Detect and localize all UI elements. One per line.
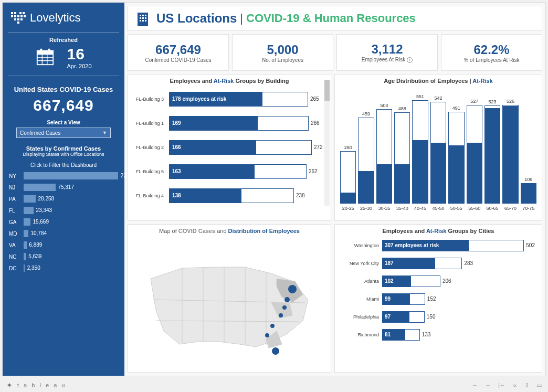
state-list: NY223,691NJ75,317PA28,258FL23,343GA15,66… xyxy=(8,172,119,272)
city-total: 206 xyxy=(440,276,451,287)
state-code: MD xyxy=(9,231,20,237)
age-total: 488 xyxy=(398,106,406,111)
building-risk: 163 xyxy=(172,164,181,179)
city-row[interactable]: Richmond81133 xyxy=(340,327,536,342)
state-row[interactable]: VA6,889 xyxy=(9,241,118,249)
building-icon xyxy=(135,10,150,26)
state-row[interactable]: NJ75,317 xyxy=(9,184,118,191)
states-title: States by Confirmed Cases xyxy=(8,145,119,152)
age-column[interactable]: 48835-40 xyxy=(394,106,410,211)
age-category: 50-55 xyxy=(450,206,462,211)
svg-rect-30 xyxy=(145,20,146,22)
state-value: 28,258 xyxy=(37,195,55,203)
building-total: 238 xyxy=(294,188,305,203)
building-row[interactable]: FL-Building 4138238 xyxy=(130,184,321,208)
reset-button[interactable]: |← xyxy=(498,382,505,389)
state-row[interactable]: PA28,258 xyxy=(9,195,118,203)
state-code: PA xyxy=(9,196,20,202)
age-column[interactable]: 55140-45 xyxy=(412,94,428,211)
building-row[interactable]: FL-Building 1169266 xyxy=(130,111,321,135)
city-label: New York City xyxy=(340,261,379,266)
fullscreen-button[interactable]: ▭ xyxy=(536,382,542,389)
age-column[interactable]: 52665-70 xyxy=(502,99,518,211)
city-row[interactable]: Washington307 employees at risk502 xyxy=(340,238,536,253)
age-column[interactable]: 54245-50 xyxy=(430,96,446,211)
svg-rect-15 xyxy=(40,49,43,53)
state-row[interactable]: DC2,350 xyxy=(9,264,118,272)
building-risk: 178 employees at risk xyxy=(172,92,226,107)
buildings-chart[interactable]: Employees and At-Risk Groups by Building… xyxy=(128,74,331,221)
state-value: 10,784 xyxy=(29,230,47,237)
age-total: 523 xyxy=(489,99,497,104)
cities-chart[interactable]: Employees and At-Risk Groups by Cities W… xyxy=(334,224,542,373)
city-label: Atlanta xyxy=(340,279,379,284)
refresh-date: 16 Apr. 2020 xyxy=(8,46,119,69)
kpi-label: Employees At Riski xyxy=(362,57,413,63)
state-row[interactable]: GA15,669 xyxy=(9,218,118,226)
svg-rect-4 xyxy=(11,15,13,17)
title-panel: US Locations | COVID-19 & Human Resource… xyxy=(128,6,542,31)
state-row[interactable]: FL23,343 xyxy=(9,207,118,214)
building-row[interactable]: FL-Building 5163262 xyxy=(130,160,321,184)
svg-rect-21 xyxy=(138,13,148,26)
age-column[interactable]: 10970-75 xyxy=(521,177,536,211)
city-row[interactable]: Miami99152 xyxy=(340,292,536,306)
map-panel[interactable]: Map of COVID Cases and Distribution of E… xyxy=(128,224,331,373)
age-total: 527 xyxy=(470,99,478,104)
city-row[interactable]: Atlanta102206 xyxy=(340,274,536,289)
state-row[interactable]: MD10,784 xyxy=(9,230,118,237)
age-column[interactable]: 50430-35 xyxy=(376,103,392,211)
city-total: 502 xyxy=(524,240,535,251)
building-label: FL-Building 3 xyxy=(130,97,167,102)
us-map[interactable] xyxy=(128,237,331,372)
kpi-value: 667,649 xyxy=(155,43,201,57)
state-value: 75,317 xyxy=(56,184,74,191)
state-code: VA xyxy=(9,242,20,248)
building-risk: 169 xyxy=(172,116,181,131)
age-column[interactable]: 52755-60 xyxy=(467,99,482,211)
state-value: 6,889 xyxy=(27,241,42,249)
kpi-row: 667,649 Confirmed COVID-19 Cases 5,000 N… xyxy=(128,34,542,71)
age-chart[interactable]: Age Distribution of Employees | At-Risk … xyxy=(334,74,542,221)
undo-button[interactable]: ← xyxy=(472,382,478,389)
city-row[interactable]: Philadelphia97150 xyxy=(340,310,536,324)
svg-point-41 xyxy=(279,313,283,317)
state-row[interactable]: NY223,691 xyxy=(9,172,118,179)
age-column[interactable]: 45925-30 xyxy=(358,111,374,211)
city-row[interactable]: New York City187283 xyxy=(340,256,536,271)
tableau-logo[interactable]: ✦t a b l e a u xyxy=(6,381,66,389)
select-view-label: Select a View xyxy=(8,120,119,125)
state-value: 23,343 xyxy=(35,207,52,214)
age-category: 35-40 xyxy=(396,206,408,211)
kpi-cases: 667,649 Confirmed COVID-19 Cases xyxy=(128,34,229,71)
svg-rect-22 xyxy=(140,15,141,16)
age-column[interactable]: 52360-65 xyxy=(484,99,500,211)
view-select[interactable]: Confirmed Cases ▼ xyxy=(16,128,111,138)
state-value: 2,350 xyxy=(26,264,40,272)
info-icon[interactable]: i xyxy=(407,57,413,63)
redo-button[interactable]: → xyxy=(485,382,491,389)
download-button[interactable]: ⇩ xyxy=(524,382,529,389)
svg-rect-28 xyxy=(140,20,141,22)
svg-rect-23 xyxy=(142,15,144,16)
age-total: 551 xyxy=(416,94,424,99)
age-column[interactable]: 49150-55 xyxy=(448,105,464,211)
age-column[interactable]: 28020-25 xyxy=(340,145,356,211)
building-total: 272 xyxy=(312,140,323,155)
map-title: Map of COVID Cases and Distribution of E… xyxy=(128,225,331,237)
building-row[interactable]: FL-Building 3178 employees at risk265 xyxy=(130,87,321,111)
brand-logo: Lovelytics xyxy=(8,9,119,30)
svg-rect-0 xyxy=(11,12,13,14)
svg-rect-14 xyxy=(37,51,53,55)
state-row[interactable]: NC5,639 xyxy=(9,253,118,260)
svg-rect-10 xyxy=(17,18,19,20)
age-total: 491 xyxy=(452,105,460,111)
building-row[interactable]: FL-Building 2166272 xyxy=(130,135,321,160)
building-total: 265 xyxy=(308,92,319,107)
city-risk: 97 xyxy=(385,311,391,323)
view-select-value: Confirmed Cases xyxy=(20,130,60,136)
scrollbar[interactable] xyxy=(324,80,330,206)
share-button[interactable]: ∝ xyxy=(513,382,517,389)
kpi-label: % of Employees At Risk xyxy=(463,57,519,63)
svg-rect-5 xyxy=(14,15,16,17)
